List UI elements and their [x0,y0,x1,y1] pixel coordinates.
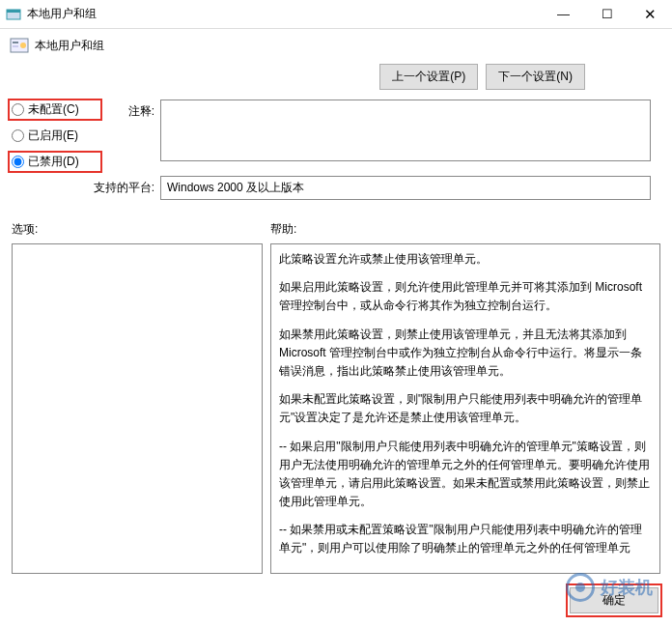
platform-row: 支持的平台: Windows 2000 及以上版本 [0,172,672,206]
titlebar: 本地用户和组 — ☐ ✕ [0,0,672,29]
ok-button[interactable]: 确定 [570,587,658,613]
comment-textarea[interactable] [160,100,651,161]
svg-rect-4 [13,45,18,47]
window-controls: — ☐ ✕ [542,0,672,29]
help-p5: -- 如果启用"限制用户只能使用列表中明确允许的管理单元"策略设置，则用户无法使… [279,438,652,512]
mid-labels: 选项: 帮助: [0,206,672,242]
help-p2: 如果启用此策略设置，则允许使用此管理单元并可将其添加到 Microsoft 管理… [279,278,652,315]
help-p6: -- 如果禁用或未配置策略设置"限制用户只能使用列表中明确允许的管理单元"，则用… [279,521,652,557]
radio-not-configured[interactable]: 未配置(C) [12,101,98,118]
radio-not-configured-label: 未配置(C) [28,101,79,118]
bottom-bar: 确定 好装机 [0,578,672,623]
close-button[interactable]: ✕ [629,0,672,29]
svg-rect-1 [7,10,20,13]
radio-not-configured-input[interactable] [12,103,24,116]
section-header: 本地用户和组 [0,29,672,60]
platform-label: 支持的平台: [12,180,160,196]
help-p4: 如果未配置此策略设置，则"限制用户只能使用列表中明确允许的管理单元"设置决定了是… [279,390,652,427]
radio-enabled[interactable]: 已启用(E) [12,128,98,144]
top-buttons: 上一个设置(P) 下一个设置(N) [0,60,672,98]
help-p3: 如果禁用此策略设置，则禁止使用该管理单元，并且无法将其添加到 Microsoft… [279,326,652,382]
panels: 此策略设置允许或禁止使用该管理单元。 如果启用此策略设置，则允许使用此管理单元并… [0,242,672,578]
comment-box [160,100,651,164]
svg-rect-3 [13,42,18,43]
config-row: 未配置(C) 已启用(E) 已禁用(D) 注释: [0,98,672,172]
titlebar-title: 本地用户和组 [27,6,542,22]
radio-enabled-input[interactable] [12,129,24,142]
section-title: 本地用户和组 [35,38,104,54]
options-label: 选项: [12,221,270,238]
prev-setting-button[interactable]: 上一个设置(P) [379,64,478,90]
minimize-button[interactable]: — [542,0,585,29]
section-icon [10,37,29,54]
comment-label: 注释: [98,100,160,120]
radio-disabled-label: 已禁用(D) [28,154,79,170]
radio-enabled-label: 已启用(E) [28,128,78,144]
options-panel[interactable] [12,243,263,574]
radio-column: 未配置(C) 已启用(E) 已禁用(D) [12,100,98,170]
svg-point-5 [20,43,26,48]
maximize-button[interactable]: ☐ [585,0,629,29]
radio-disabled[interactable]: 已禁用(D) [12,154,98,170]
help-label: 帮助: [270,221,662,238]
help-panel[interactable]: 此策略设置允许或禁止使用该管理单元。 如果启用此策略设置，则允许使用此管理单元并… [270,243,660,574]
help-p1: 此策略设置允许或禁止使用该管理单元。 [279,250,652,269]
app-icon [6,7,21,22]
next-setting-button[interactable]: 下一个设置(N) [486,64,585,90]
platform-value: Windows 2000 及以上版本 [160,176,651,200]
radio-disabled-input[interactable] [12,156,24,168]
